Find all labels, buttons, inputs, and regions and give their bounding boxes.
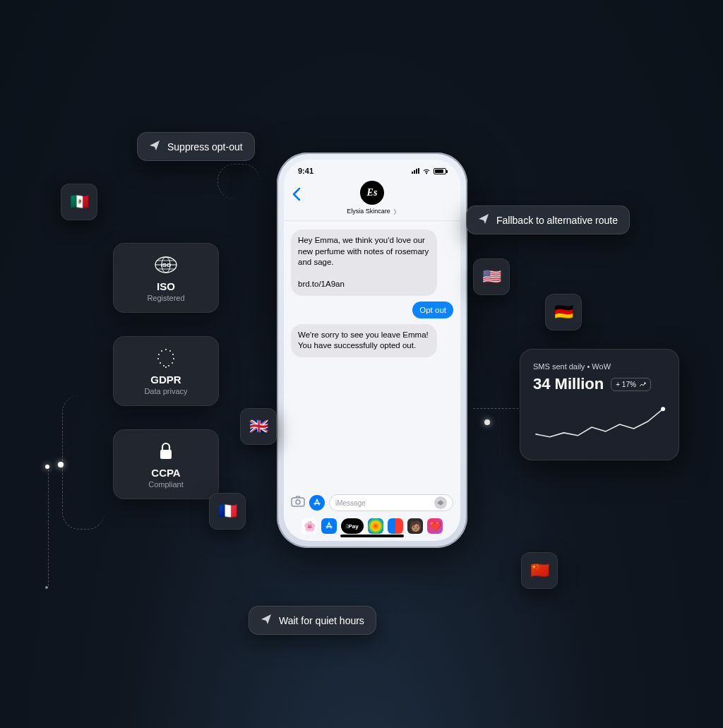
send-icon bbox=[149, 140, 160, 153]
connector-dot bbox=[58, 462, 64, 467]
connector-line bbox=[48, 466, 49, 586]
home-indicator bbox=[340, 535, 404, 537]
dock-app-photos[interactable]: 🌸 bbox=[301, 518, 317, 534]
svg-point-17 bbox=[158, 354, 160, 355]
app-store-icon[interactable] bbox=[309, 495, 325, 511]
connector-line bbox=[473, 408, 518, 409]
svg-point-14 bbox=[163, 365, 165, 366]
card-title: ISO bbox=[122, 280, 210, 292]
camera-icon[interactable] bbox=[291, 496, 305, 510]
contact-header[interactable]: Es Elysia Skincare ❯ bbox=[347, 181, 398, 215]
signal-icon bbox=[412, 168, 419, 174]
connector-dot bbox=[45, 465, 49, 469]
svg-point-10 bbox=[172, 354, 174, 355]
incoming-message: We're sorry to see you leave Emma! You h… bbox=[291, 324, 437, 357]
pill-label: Fallback to alternative route bbox=[496, 215, 618, 226]
pill-label: Suppress opt-out bbox=[167, 141, 243, 153]
svg-point-21 bbox=[661, 407, 665, 411]
send-icon bbox=[478, 213, 489, 227]
svg-point-13 bbox=[168, 365, 169, 366]
dock-app-store[interactable] bbox=[321, 518, 337, 534]
compliance-card-iso: ISO ISO Registered bbox=[113, 243, 219, 313]
svg-point-12 bbox=[172, 362, 173, 364]
card-subtitle: Registered bbox=[122, 294, 210, 302]
flag-usa: 🇺🇸 bbox=[473, 258, 510, 295]
dock-app-memoji[interactable]: 🧑🏽 bbox=[407, 518, 423, 534]
svg-point-9 bbox=[169, 350, 171, 352]
svg-rect-20 bbox=[160, 450, 172, 459]
message-thread: Hey Emma, we think you'd love our new pe… bbox=[284, 221, 460, 490]
compliance-card-ccpa: CCPA Compliant bbox=[113, 429, 219, 499]
lock-icon bbox=[122, 441, 210, 461]
input-placeholder: iMessage bbox=[335, 499, 366, 507]
card-subtitle: Compliant bbox=[122, 480, 210, 489]
dock-apple-pay[interactable]: Pay bbox=[341, 518, 364, 534]
svg-point-16 bbox=[157, 358, 159, 359]
eu-stars-icon bbox=[122, 348, 210, 368]
status-icons bbox=[412, 168, 446, 174]
outgoing-message: Opt out bbox=[412, 302, 453, 318]
connector-dot bbox=[484, 419, 490, 425]
flag-uk: 🇬🇧 bbox=[240, 408, 277, 445]
feature-pill-quiet: Wait for quiet hours bbox=[249, 606, 376, 635]
connector-line bbox=[62, 395, 104, 530]
iso-icon: ISO bbox=[122, 255, 210, 275]
svg-point-15 bbox=[160, 362, 161, 364]
dock-app-generic[interactable] bbox=[388, 518, 403, 534]
incoming-message: Hey Emma, we think you'd love our new pe… bbox=[291, 229, 437, 296]
contact-name-label: Elysia Skincare bbox=[347, 208, 390, 215]
trend-up-icon bbox=[639, 381, 646, 388]
stats-card: SMS sent daily • WoW 34 Million + 17% bbox=[520, 349, 679, 460]
audio-message-icon[interactable] bbox=[434, 496, 447, 509]
flag-france: 🇫🇷 bbox=[209, 493, 246, 530]
card-title: GDPR bbox=[122, 374, 210, 386]
flag-mexico: 🇲🇽 bbox=[61, 184, 97, 220]
contact-avatar: Es bbox=[360, 181, 384, 205]
stats-label: SMS sent daily • WoW bbox=[533, 362, 666, 371]
feature-pill-suppress: Suppress opt-out bbox=[137, 132, 255, 161]
svg-text:ISO: ISO bbox=[161, 262, 171, 268]
dock-app-heart[interactable]: ❤️ bbox=[427, 518, 443, 534]
messages-nav: Es Elysia Skincare ❯ bbox=[284, 178, 460, 221]
stats-change-badge: + 17% bbox=[611, 378, 651, 391]
wifi-icon bbox=[422, 168, 431, 174]
message-input[interactable]: iMessage bbox=[329, 494, 453, 511]
send-icon bbox=[261, 614, 272, 627]
pill-label: Wait for quiet hours bbox=[279, 615, 364, 626]
phone-mockup: 9:41 Es Elysia Skincare ❯ bbox=[277, 153, 467, 548]
feature-pill-fallback: Fallback to alternative route bbox=[466, 205, 630, 234]
back-chevron-icon[interactable] bbox=[292, 186, 300, 205]
svg-point-11 bbox=[173, 358, 174, 359]
flag-china: 🇨🇳 bbox=[521, 552, 558, 589]
svg-point-19 bbox=[165, 366, 167, 368]
message-input-row: iMessage bbox=[284, 490, 460, 515]
svg-point-8 bbox=[165, 349, 167, 350]
phone-screen: 9:41 Es Elysia Skincare ❯ bbox=[284, 160, 460, 541]
dock-app-fitness[interactable] bbox=[368, 518, 383, 534]
status-time: 9:41 bbox=[298, 167, 313, 175]
compliance-card-gdpr: GDPR Data privacy bbox=[113, 336, 219, 406]
card-title: CCPA bbox=[122, 467, 210, 479]
chevron-right-icon: ❯ bbox=[393, 208, 398, 215]
svg-point-18 bbox=[161, 350, 162, 352]
sparkline-chart bbox=[533, 405, 666, 444]
message-link: brd.to/1A9an bbox=[298, 280, 345, 288]
card-subtitle: Data privacy bbox=[122, 387, 210, 395]
connector-line bbox=[217, 164, 260, 199]
stats-change-text: + 17% bbox=[616, 381, 636, 388]
message-text: Hey Emma, we think you'd love our new pe… bbox=[298, 236, 429, 266]
battery-icon bbox=[434, 168, 446, 174]
stats-value: 34 Million bbox=[533, 375, 604, 393]
svg-rect-0 bbox=[292, 498, 304, 506]
svg-point-1 bbox=[296, 500, 300, 504]
flag-germany: 🇩🇪 bbox=[545, 294, 582, 330]
status-bar: 9:41 bbox=[284, 160, 460, 178]
connector-dot bbox=[45, 586, 48, 589]
